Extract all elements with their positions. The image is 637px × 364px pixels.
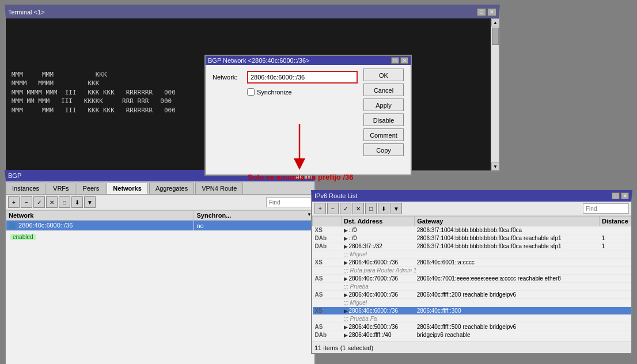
bgp-network-dialog: BGP Network <2806:40c:6000::/36> □ ✕ Net…: [204, 55, 412, 176]
ipv6-remove-btn[interactable]: −: [327, 203, 339, 214]
tab-networks[interactable]: Networks: [107, 183, 148, 194]
ipv6-maximize-btn[interactable]: □: [612, 192, 620, 199]
network-field-row: Network:: [213, 71, 358, 84]
filter-btn[interactable]: ▼: [84, 196, 96, 208]
row-type-cell: XS: [313, 259, 342, 267]
synchronize-row: Synchronize: [247, 88, 358, 96]
ipv6-table-row[interactable]: ;;; Ruta para Router Admin 1: [313, 267, 631, 275]
tab-vpn4route[interactable]: VPN4 Route: [195, 183, 243, 194]
ipv6-table-row[interactable]: ;;; Miguel: [313, 299, 631, 307]
bgp-tabs: Instances VRFs Peers Networks Aggregates…: [6, 181, 314, 195]
dialog-maximize-btn[interactable]: □: [391, 57, 399, 64]
row-distance-cell: [600, 275, 631, 283]
row-dst-cell: ▶2806:40c:4000::/36: [342, 291, 415, 299]
bgp-toolbar: + − ✓ ✕ □ ⬇ ▼: [6, 195, 314, 210]
ipv6-title: IPv6 Route List: [314, 192, 358, 199]
col-dst-address[interactable]: Dst. Address: [342, 217, 415, 226]
ipv6-find-input[interactable]: [583, 203, 629, 214]
ipv6-table-row[interactable]: XS ▶2806:40c:6000::/36 2806:40c:ffff::30…: [313, 307, 631, 315]
ipv6-table-row[interactable]: XS ▶2806:40c:6000::/36 2806:40c:6001::a:…: [313, 259, 631, 267]
apply-button[interactable]: Apply: [363, 98, 404, 111]
row-type-cell: AS: [313, 275, 342, 283]
col-network[interactable]: Network: [6, 211, 194, 221]
ipv6-status-bar: 11 items (1 selected): [312, 342, 631, 353]
sort-btn[interactable]: ⬇: [71, 196, 83, 208]
row-distance-cell: [600, 307, 631, 315]
ipv6-table-row[interactable]: AS ▶2806:40c:7000::/36 2806:40c:7001:eee…: [313, 275, 631, 283]
copy-button[interactable]: Copy: [363, 143, 404, 156]
bgp-find-input[interactable]: [266, 197, 312, 207]
ipv6-table-row[interactable]: ;;; Prueba: [313, 283, 631, 291]
ok-button[interactable]: OK: [363, 69, 404, 81]
col-distance[interactable]: Distance: [600, 217, 631, 226]
ipv6-check-btn[interactable]: ✓: [340, 203, 351, 214]
row-gateway-cell: 2806:3f7:1004:bbbb:bbbb:bbbb:f0ca:f0ca: [415, 226, 600, 234]
ipv6-table-row[interactable]: DAb ▶2806:3f7::/32 2806:3f7:1004:bbbb:bb…: [313, 242, 631, 251]
ipv6-copy-btn[interactable]: □: [365, 203, 377, 214]
ipv6-table-row[interactable]: ;;; Miguel: [313, 251, 631, 259]
check-btn[interactable]: ✓: [33, 196, 45, 208]
row-dst-cell: ▶2806:40c:6000::/36: [342, 307, 415, 315]
ipv6-filter-btn[interactable]: ▼: [390, 203, 402, 214]
bgp-title: BGP: [8, 172, 21, 179]
tab-aggregates[interactable]: Aggregates: [149, 183, 194, 194]
ipv6-add-btn[interactable]: +: [314, 203, 326, 214]
bgp-window: BGP □ ✕ Instances VRFs Peers Networks Ag…: [5, 170, 316, 364]
row-type-cell: DAb: [313, 242, 342, 251]
col-gateway[interactable]: Gateway: [415, 217, 600, 226]
scrollbar-thumb[interactable]: [492, 28, 499, 45]
ipv6-table-row[interactable]: AS ▶2806:40c:5000::/36 2806:40c:ffff::50…: [313, 323, 631, 331]
scrollbar-down-arrow[interactable]: ▼: [491, 162, 499, 170]
dialog-body: Network: Synchronize OK Cancel Apply Dis…: [206, 65, 411, 162]
row-type-cell: AS: [313, 291, 342, 299]
row-type-cell: [313, 299, 342, 307]
ipv6-cancel-btn[interactable]: ✕: [352, 203, 364, 214]
comment-button[interactable]: Comment: [363, 128, 404, 141]
remove-btn[interactable]: −: [21, 196, 32, 208]
ipv6-table-row[interactable]: AS ▶2806:40c:4000::/36 2806:40c:ffff::20…: [313, 291, 631, 299]
row-dst-cell: ▶2806:40c:ffff::/40: [342, 331, 415, 339]
ipv6-sort-btn[interactable]: ⬇: [378, 203, 389, 214]
row-type-cell: [313, 251, 342, 259]
copy-btn[interactable]: □: [59, 196, 70, 208]
terminal-close-btn[interactable]: ✕: [487, 8, 496, 16]
row-type-cell: DAb: [313, 331, 342, 339]
ipv6-table-row[interactable]: ;;; Prueba Fa: [313, 315, 631, 323]
row-distance-cell: [600, 291, 631, 299]
row-dst-cell: ▶2806:40c:5000::/36: [342, 323, 415, 331]
ipv6-controls[interactable]: □ ✕: [612, 192, 629, 199]
dialog-close-btn[interactable]: ✕: [400, 57, 408, 64]
cancel-button[interactable]: Cancel: [363, 84, 404, 96]
ipv6-table-container[interactable]: Dst. Address Gateway Distance XS ▶::/0 2…: [312, 216, 631, 348]
row-type-cell: [313, 315, 342, 323]
network-input[interactable]: [247, 71, 358, 84]
cancel-btn[interactable]: ✕: [46, 196, 58, 208]
network-icon: [9, 222, 16, 229]
col-synchronize[interactable]: Synchron... ▼: [194, 211, 314, 221]
tab-vrfs[interactable]: VRFs: [47, 183, 75, 194]
ipv6-table-row[interactable]: DAb ▶::/0 2806:3f7:1004:bbbb:bbbb:bbbb:f…: [313, 234, 631, 242]
row-distance-cell: [600, 323, 631, 331]
terminal-controls[interactable]: □ ✕: [477, 8, 496, 16]
bgp-table-row[interactable]: 2806:40c:6000::/36 no: [6, 221, 314, 231]
ipv6-close-btn[interactable]: ✕: [621, 192, 629, 199]
bgp-network-cell: 2806:40c:6000::/36: [6, 221, 194, 231]
ipv6-table-row[interactable]: XS ▶::/0 2806:3f7:1004:bbbb:bbbb:bbbb:f0…: [313, 226, 631, 234]
row-dst-cell: ▶2806:40c:6000::/36: [342, 259, 415, 267]
row-dst-cell: ▶2806:3f7::/32: [342, 242, 415, 251]
row-gateway-cell: 2806:40c:6001::a:cccc: [415, 259, 600, 267]
tab-instances[interactable]: Instances: [6, 183, 46, 194]
add-btn[interactable]: +: [8, 196, 20, 208]
row-gateway-cell: 2806:3f7:1004:bbbb:bbbb:bbbb:f0ca:f0ca r…: [415, 242, 600, 251]
ipv6-table-row[interactable]: DAb ▶2806:40c:ffff::/40 bridgeipv6 reach…: [313, 331, 631, 339]
dialog-controls[interactable]: □ ✕: [391, 57, 408, 64]
row-type-cell: AS: [313, 323, 342, 331]
ipv6-toolbar: + − ✓ ✕ □ ⬇ ▼: [312, 202, 631, 216]
terminal-scrollbar[interactable]: ▲ ▼: [491, 18, 499, 170]
scrollbar-up-arrow[interactable]: ▲: [491, 18, 499, 26]
terminal-minimize-btn[interactable]: □: [477, 8, 486, 16]
tab-peers[interactable]: Peers: [77, 183, 106, 194]
synchronize-checkbox[interactable]: [247, 88, 255, 96]
row-gateway-cell: bridgeipv6 reachable: [415, 331, 600, 339]
disable-button[interactable]: Disable: [363, 113, 404, 126]
